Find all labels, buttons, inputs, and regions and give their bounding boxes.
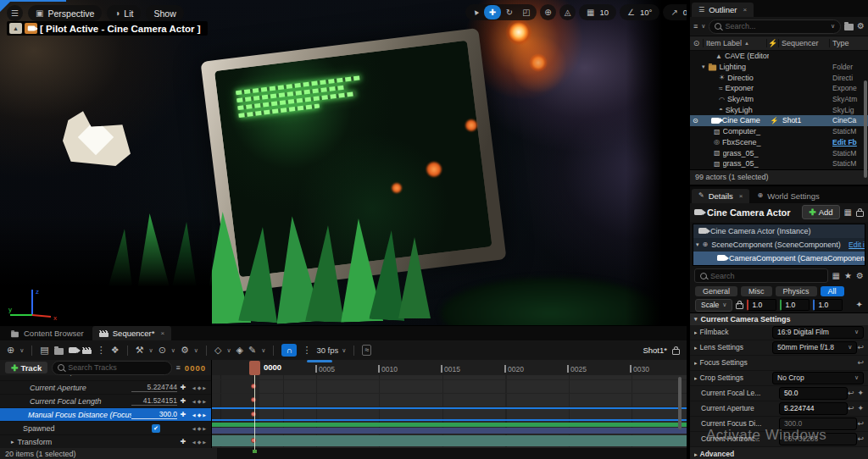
track-row-current-aperture[interactable]: Current Aperture 5.224744 ✚ ◀◆▶ — [0, 381, 211, 395]
add-component-button[interactable]: ✚ Add — [802, 205, 839, 219]
outliner-search-input[interactable]: Search... ∨ — [709, 19, 841, 34]
spawned-checkbox[interactable]: ✔ — [152, 424, 160, 433]
caret-right-icon[interactable]: ▸ — [694, 360, 698, 366]
playback-options-icon[interactable]: ⚙ — [181, 346, 189, 355]
timeline-range-thumb[interactable] — [307, 360, 332, 362]
brush-icon[interactable]: ✦ — [857, 389, 864, 397]
playhead-marker[interactable] — [249, 361, 260, 375]
lens-settings-dropdown[interactable]: 50mm Prime f/1.8∨ — [772, 341, 857, 354]
track-value-field[interactable]: 300.0 — [131, 410, 177, 419]
scale-z-field[interactable]: 1.0 — [813, 299, 843, 311]
lock-icon[interactable] — [856, 211, 864, 217]
next-key-icon[interactable]: ▶ — [203, 399, 206, 404]
tab-details[interactable]: ✎ Details × — [692, 189, 749, 203]
pilot-camera-button[interactable] — [25, 23, 37, 34]
next-key-icon[interactable]: ▶ — [203, 440, 206, 445]
caret-right-icon[interactable]: ▸ — [694, 345, 698, 351]
tab-outliner[interactable]: ☰ Outliner × — [692, 3, 754, 17]
crop-settings-dropdown[interactable]: No Crop∨ — [772, 372, 864, 384]
reset-icon[interactable]: ↩ — [857, 343, 864, 351]
scale-dropdown[interactable]: Scale ∨ — [695, 299, 732, 312]
edit-options-icon[interactable]: ✎ — [248, 346, 256, 355]
eye-column-icon[interactable]: ⊙ — [690, 39, 704, 47]
world-dropdown-icon[interactable]: ⊕ — [7, 346, 14, 355]
key-navigation[interactable]: ◀◆▶ — [189, 425, 209, 431]
auto-key-icon[interactable]: ◈ — [236, 346, 243, 355]
move-tool-button[interactable]: ✚ — [484, 5, 501, 19]
keyframe-dot[interactable] — [251, 438, 256, 443]
keyframe-dot[interactable] — [251, 384, 256, 389]
gear-icon[interactable]: ⚙ — [857, 22, 865, 30]
timeline-scrollbar[interactable] — [678, 377, 682, 429]
key-icon[interactable]: ◆ — [198, 412, 202, 418]
component-row-scene[interactable]: ▾ ⊕ SceneComponent (SceneComponent) Edit… — [693, 238, 865, 252]
reset-icon[interactable]: ↩ — [848, 389, 854, 397]
curve-editor-icon[interactable]: ≈ — [362, 345, 371, 356]
outliner-row-grass[interactable]: ▧ grass_05_ StaticM — [690, 147, 868, 158]
add-key-button[interactable]: ✚ — [177, 411, 189, 418]
timeline-row-manual-focus-distance[interactable] — [212, 407, 687, 421]
playhead-line[interactable] — [254, 375, 255, 451]
tab-sequencer[interactable]: Sequencer* × — [92, 326, 171, 340]
grid-snap-control[interactable]: ▦ 10 — [579, 4, 616, 20]
key-icon[interactable]: ◆ — [198, 425, 202, 431]
world-space-button[interactable]: ⊕ — [540, 4, 556, 20]
component-view-icon[interactable]: ▦ — [844, 208, 852, 217]
scale-lock-icon[interactable] — [736, 303, 743, 309]
shot-name[interactable]: Shot1* — [643, 346, 667, 355]
keyframe-dot[interactable] — [251, 412, 256, 417]
keyframe-options-icon[interactable]: ◇ — [214, 346, 221, 355]
current-focal-length-field[interactable]: 50.0 — [779, 387, 848, 400]
outliner-row-sky-atmosphere[interactable]: ◠ SkyAtm SkyAtm — [690, 94, 868, 105]
track-row-manual-focus-distance[interactable]: Manual Focus Distance (Focus Set 300.0 ✚… — [0, 408, 211, 422]
eye-icon[interactable]: ⊙ — [693, 117, 698, 124]
create-camera-icon[interactable] — [69, 347, 77, 353]
close-icon[interactable]: × — [739, 192, 743, 200]
outliner-row-fbxscene[interactable]: ◎ FbxScene_ Edit Fb — [690, 137, 868, 148]
outliner-row-cave[interactable]: ▲ CAVE (Editor) — [690, 51, 868, 62]
next-key-icon[interactable]: ▶ — [203, 412, 206, 418]
reset-icon[interactable]: ↩ — [857, 419, 864, 428]
key-navigation[interactable]: ◀◆▶ — [189, 398, 209, 404]
column-type[interactable]: Type — [830, 39, 868, 47]
settings-gear-icon[interactable]: ⚙ — [856, 272, 864, 280]
prev-key-icon[interactable]: ◀ — [192, 412, 196, 418]
outliner-row-fog[interactable]: ≈ Exponer Expone — [690, 83, 868, 94]
caret-right-icon[interactable]: ▸ — [694, 329, 698, 335]
component-row-actor[interactable]: Cine Camera Actor (Instance) — [693, 224, 865, 238]
next-key-icon[interactable]: ▶ — [203, 426, 206, 431]
outliner-row-cine-camera[interactable]: ⊙ Cine Came ⚡ Shot1 CineCa — [690, 115, 868, 126]
sequencer-actors-icon[interactable]: ❖ — [111, 346, 120, 355]
column-spawnable-icon[interactable]: ⚡ — [767, 39, 779, 47]
spawned-track-bar-secondary[interactable] — [212, 428, 687, 434]
filter-tab-physics[interactable]: Physics — [776, 286, 817, 296]
add-key-button[interactable]: ✚ — [177, 438, 189, 445]
keyframe-dot[interactable] — [251, 397, 256, 402]
filter-icon[interactable]: ≡ — [693, 23, 698, 30]
add-key-button[interactable]: ✚ — [177, 397, 189, 405]
prev-key-icon[interactable]: ◀ — [192, 385, 196, 390]
timeline-ruler[interactable]: 0000 0005 0010 0015 0020 0025 0030 — [212, 360, 687, 376]
timeline-row-transform[interactable] — [212, 434, 687, 448]
chevron-down-icon[interactable]: ∨ — [701, 23, 705, 30]
new-folder-icon[interactable] — [844, 24, 854, 30]
add-track-button[interactable]: ✚ Track — [5, 362, 47, 373]
key-navigation[interactable]: ◀◆▶ — [189, 412, 209, 418]
key-icon[interactable]: ◆ — [198, 398, 202, 404]
scale-x-field[interactable]: 1.0 — [747, 299, 776, 311]
filter-tab-general[interactable]: General — [695, 286, 737, 296]
rotate-tool-button[interactable]: ↻ — [501, 5, 518, 19]
section-advanced[interactable]: ▸Advanced — [690, 447, 868, 459]
wrench-icon[interactable]: ⚒ — [136, 346, 144, 355]
filter-icon[interactable]: ≡ — [176, 364, 181, 372]
caret-right-icon[interactable]: ▸ — [694, 375, 698, 381]
outliner-row-directional-light[interactable]: ☀ Directio Directi — [690, 72, 868, 83]
key-icon[interactable]: ◆ — [198, 384, 202, 390]
filter-tab-all[interactable]: All — [821, 286, 844, 296]
track-row-current-focal-length[interactable]: Current Focal Length 41.524151 ✚ ◀◆▶ — [0, 395, 211, 408]
current-frame-field[interactable]: 0000 — [185, 363, 206, 373]
outliner-row-computer[interactable]: ▧ Computer_ StaticM — [690, 126, 868, 137]
search-tracks-input[interactable]: Search Tracks — [52, 361, 171, 375]
render-movie-icon[interactable] — [82, 347, 92, 354]
view-options-eye-icon[interactable]: ⊙ — [159, 346, 166, 355]
